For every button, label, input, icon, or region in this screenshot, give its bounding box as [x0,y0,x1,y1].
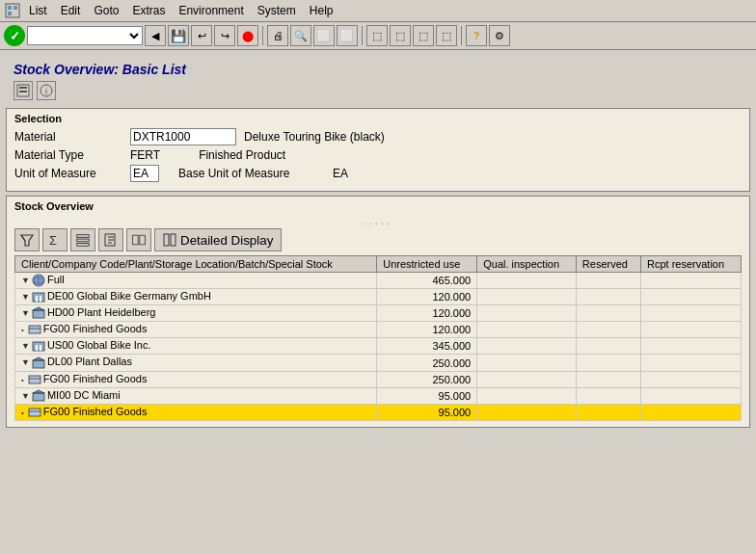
svg-rect-14 [77,244,89,247]
undo-btn[interactable]: ↩ [191,25,212,46]
svg-rect-12 [77,235,89,238]
title-icon-1[interactable] [14,81,33,100]
page-btn[interactable] [126,228,151,251]
menu-help[interactable]: Help [304,2,339,19]
svg-rect-3 [8,12,12,15]
export-btn[interactable] [98,228,123,251]
find-prev-btn[interactable]: ⬜ [337,25,358,46]
cell-rcpt [640,322,741,338]
table-row[interactable]: ▼DL00 Plant Dallas250.000 [15,355,742,371]
filter-btn[interactable] [14,228,40,251]
find-btn[interactable]: 🔍 [290,25,311,46]
title-panel: Stock Overview: Basic List i [6,56,750,104]
cell-qual [477,338,577,355]
sep3 [461,26,462,45]
settings-btn2[interactable]: ⬚ [390,25,411,46]
cell-rcpt [640,404,741,420]
table-row[interactable]: •FG00 Finished Goods95.000 [15,404,742,420]
material-desc: Deluxe Touring Bike (black) [244,130,385,144]
table-row[interactable]: •FG00 Finished Goods250.000 [15,371,742,387]
tree-cell: •FG00 Finished Goods [15,404,377,420]
menu-edit[interactable]: Edit [55,2,87,19]
save-btn[interactable]: 💾 [168,25,189,46]
cell-unrestricted: 95.000 [377,387,477,404]
cell-qual [477,289,577,305]
menubar: List Edit Goto Extras Environment System… [0,0,756,22]
col-reserved: Reserved [576,256,640,273]
uom-label: Unit of Measure [14,167,130,180]
cell-reserved [576,387,640,404]
stock-table: Client/Company Code/Plant/Storage Locati… [14,255,742,421]
menu-environment[interactable]: Environment [173,2,249,19]
table-row[interactable]: ▼DE00 Global Bike Germany GmbH120.000 [15,289,742,305]
sep2 [362,26,363,45]
sum-btn[interactable]: Σ [42,228,68,251]
detailed-display-btn[interactable]: Detailed Display [154,228,282,251]
menu-extras[interactable]: Extras [126,2,171,19]
settings-btn3[interactable]: ⬚ [413,25,434,46]
col-tree: Client/Company Code/Plant/Storage Locati… [15,256,377,273]
cell-qual [477,273,577,289]
help-btn[interactable]: ? [466,25,487,46]
col-qual: Qual. inspection [477,256,577,273]
tree-cell: •FG00 Finished Goods [15,322,377,338]
menu-list[interactable]: List [23,2,53,19]
cust-btn[interactable]: ⚙ [489,25,510,46]
uom-input[interactable] [130,165,159,182]
app-icon[interactable] [4,2,21,19]
menu-system[interactable]: System [252,2,302,19]
material-row: Material Deluxe Touring Bike (black) [14,128,742,145]
table-row[interactable]: ▼Full465.000 [15,273,742,289]
material-input[interactable] [130,128,236,145]
table-row[interactable]: ▼US00 Global Bike Inc.345.000 [15,338,742,355]
find-next-btn[interactable]: ⬜ [313,25,335,46]
cell-unrestricted: 120.000 [377,322,477,338]
material-type-value: FERT [130,148,160,162]
back-btn[interactable]: ◀ [145,25,166,46]
col-unrestricted: Unrestricted use [377,256,477,273]
cell-qual [477,387,577,404]
cell-reserved [576,355,640,371]
material-label: Material [14,130,130,144]
redo-btn[interactable]: ↪ [214,25,235,46]
tree-cell: •FG00 Finished Goods [15,371,377,387]
table-row[interactable]: ▼HD00 Plant Heidelberg120.000 [15,305,742,322]
tree-cell: ▼HD00 Plant Heidelberg [15,305,377,322]
svg-rect-5 [19,87,27,89]
svg-rect-20 [140,235,146,245]
selection-label: Selection [14,113,742,124]
svg-rect-13 [77,239,89,242]
tree-cell: ▼DE00 Global Bike Germany GmbH [15,289,377,305]
svg-rect-28 [40,296,41,302]
selection-section: Selection Material Deluxe Touring Bike (… [6,108,750,192]
table-row[interactable]: •FG00 Finished Goods120.000 [15,322,742,338]
table-row[interactable]: ▼MI00 DC Miami95.000 [15,387,742,404]
menu-goto[interactable]: Goto [88,2,124,19]
svg-marker-37 [33,357,44,360]
title-icon-2[interactable]: i [37,81,56,100]
cell-rcpt [640,305,741,322]
cell-reserved [576,371,640,387]
command-select[interactable] [27,26,143,45]
settings-btn4[interactable]: ⬚ [436,25,457,46]
cell-rcpt [640,387,741,404]
svg-rect-26 [33,293,44,302]
sap-check-icon[interactable]: ✓ [4,25,25,46]
settings-btn1[interactable]: ⬚ [366,25,388,46]
svg-rect-2 [14,6,17,10]
svg-marker-30 [33,307,44,310]
cell-reserved [576,404,640,420]
layout-btn[interactable] [70,228,95,251]
main-content: Stock Overview: Basic List i Selection M… [0,50,756,437]
svg-rect-6 [19,91,27,92]
cell-reserved [576,338,640,355]
cell-rcpt [640,289,741,305]
cell-qual [477,404,577,420]
col-rcpt: Rcpt reservation [640,256,741,273]
stop-btn[interactable]: ⬤ [237,25,258,46]
print-btn[interactable]: 🖨 [267,25,288,46]
sep1 [262,26,263,45]
cell-rcpt [640,273,741,289]
tree-cell: ▼MI00 DC Miami [15,387,377,404]
material-type-label: Material Type [14,148,130,162]
